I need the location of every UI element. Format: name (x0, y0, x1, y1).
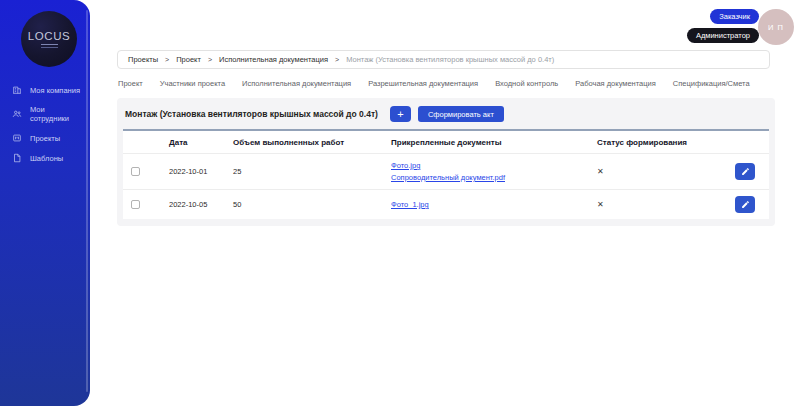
column-header-date: Дата (161, 130, 225, 154)
add-entry-button[interactable]: + (390, 106, 411, 122)
sidebar-item-label: Мои сотрудники (30, 105, 84, 123)
sidebar-item-employees[interactable]: Мои сотрудники (0, 100, 90, 128)
pencil-icon (741, 200, 750, 209)
projects-icon (12, 133, 22, 143)
chevron-right-icon: > (165, 56, 169, 63)
sidebar-item-projects[interactable]: Проекты (0, 128, 90, 148)
cell-volume: 25 (225, 154, 383, 190)
row-checkbox[interactable] (131, 200, 140, 209)
chevron-right-icon: > (335, 56, 339, 63)
status-not-formed-icon: ✕ (597, 167, 604, 176)
breadcrumb: Проекты > Проект > Исполнительная докуме… (117, 50, 770, 69)
role-badges: Заказчик Администратор (687, 9, 759, 43)
sidebar: LOCUS Моя компания Мои сотрудники Проект… (0, 0, 90, 406)
column-header-volume: Объем выполненных работ (225, 130, 383, 154)
breadcrumb-item-executive-docs[interactable]: Исполнительная документация (219, 55, 328, 64)
sidebar-item-label: Проекты (30, 134, 60, 143)
breadcrumb-item-project[interactable]: Проект (176, 55, 201, 64)
cell-documents: Фото.jpg Сопроводительный документ.pdf (383, 154, 589, 190)
table-header-row: Дата Объем выполненных работ Прикрепленн… (123, 130, 769, 154)
section-header: Монтаж (Установка вентиляторов крышных м… (123, 105, 769, 129)
role-badge-admin[interactable]: Администратор (687, 28, 759, 43)
locus-logo: LOCUS (21, 11, 77, 67)
logo-underline (41, 44, 58, 48)
sidebar-item-label: Шаблоны (30, 154, 63, 163)
employees-icon (12, 109, 22, 119)
sidebar-nav: Моя компания Мои сотрудники Проекты Шабл… (0, 80, 90, 168)
column-header-actions (725, 130, 769, 154)
edit-row-button[interactable] (735, 163, 755, 180)
topbar: Заказчик Администратор И П (90, 0, 800, 48)
cell-date: 2022-10-01 (161, 154, 225, 190)
main-content: Заказчик Администратор И П Проекты > Про… (90, 0, 800, 414)
tab-permit-docs[interactable]: Разрешительная документация (368, 79, 478, 88)
document-link[interactable]: Фото_1.jpg (391, 199, 581, 211)
breadcrumb-item-current: Монтаж (Установка вентиляторов крышных м… (346, 55, 554, 64)
work-section-card: Монтаж (Установка вентиляторов крышных м… (117, 98, 775, 226)
sidebar-item-company[interactable]: Моя компания (0, 80, 90, 100)
sidebar-item-templates[interactable]: Шаблоны (0, 148, 90, 168)
column-header-status: Статус формирования (589, 130, 725, 154)
breadcrumb-item-projects[interactable]: Проекты (128, 55, 158, 64)
cell-volume: 50 (225, 190, 383, 220)
templates-icon (12, 153, 22, 163)
tab-bar: Проект Участники проекта Исполнительная … (90, 69, 800, 98)
table-row: 2022-10-01 25 Фото.jpg Сопроводительный … (123, 154, 769, 190)
work-log-table: Дата Объем выполненных работ Прикрепленн… (123, 129, 769, 219)
edit-row-button[interactable] (735, 196, 755, 213)
role-badge-customer[interactable]: Заказчик (710, 9, 759, 24)
cell-date: 2022-10-05 (161, 190, 225, 220)
row-checkbox[interactable] (131, 167, 140, 176)
document-link[interactable]: Сопроводительный документ.pdf (391, 172, 581, 184)
tab-participants[interactable]: Участники проекта (160, 79, 225, 88)
table-row: 2022-10-05 50 Фото_1.jpg ✕ (123, 190, 769, 220)
pencil-icon (741, 167, 750, 176)
tab-executive-docs[interactable]: Исполнительная документация (242, 79, 351, 88)
select-column-header (123, 130, 161, 154)
tab-incoming-control[interactable]: Входной контроль (495, 79, 558, 88)
company-icon (12, 85, 22, 95)
status-not-formed-icon: ✕ (597, 200, 604, 209)
cell-documents: Фото_1.jpg (383, 190, 589, 220)
avatar[interactable]: И П (758, 9, 794, 45)
logo-text: LOCUS (28, 30, 71, 42)
sidebar-item-label: Моя компания (30, 86, 80, 95)
column-header-documents: Прикрепленные документы (383, 130, 589, 154)
tab-specification[interactable]: Спецификация/Смета (673, 79, 750, 88)
chevron-right-icon: > (208, 56, 212, 63)
tab-working-docs[interactable]: Рабочая документация (575, 79, 656, 88)
generate-act-button[interactable]: Сформировать акт (418, 106, 504, 122)
section-title: Монтаж (Установка вентиляторов крышных м… (125, 109, 378, 119)
tab-project[interactable]: Проект (118, 79, 143, 88)
document-link[interactable]: Фото.jpg (391, 160, 581, 172)
